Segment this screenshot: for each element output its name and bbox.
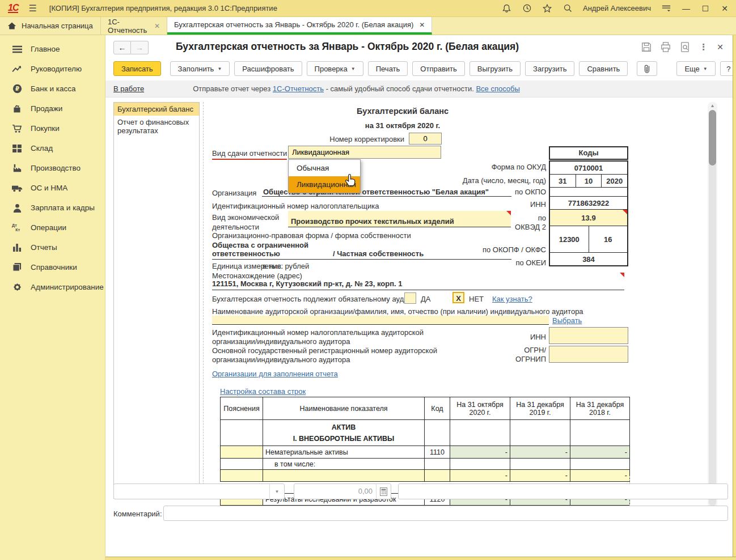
sidebar: Главное Руководителю ₽ Банк и касса Прод… (0, 35, 105, 560)
auditor-name-input[interactable] (212, 316, 549, 325)
vertical-scrollbar[interactable]: ▲ ▼ (708, 102, 717, 514)
current-user[interactable]: Андрей Алексеевич (583, 4, 651, 12)
explanation-cell[interactable] (221, 470, 263, 482)
how-to-know-link[interactable]: Как узнать? (492, 295, 532, 303)
section-financial-results[interactable]: Отчет о финансовых результатах (114, 116, 199, 137)
tab-close-icon[interactable]: ✕ (419, 21, 425, 29)
notifications-bell-icon[interactable] (501, 3, 511, 14)
tab-accounting-report[interactable]: Бухгалтерская отчетность за Январь - Окт… (167, 17, 432, 35)
sidebar-item-purchases[interactable]: Покупки (0, 118, 105, 138)
sidebar-item-sales[interactable]: Продажи (0, 99, 105, 118)
decode-button[interactable]: Расшифровать (234, 61, 302, 76)
more-button[interactable]: Еще▼ (676, 61, 715, 76)
value-cell[interactable]: - (510, 446, 570, 459)
close-form-icon[interactable]: ✕ (717, 43, 724, 52)
all-ways-link[interactable]: Все способы (476, 84, 519, 93)
choose-auditor-link[interactable]: Выбрать (552, 316, 582, 325)
preview-icon[interactable] (680, 42, 690, 52)
okpo-value (550, 188, 627, 197)
history-icon[interactable] (522, 3, 532, 14)
compare-button[interactable]: Сравнить (579, 61, 628, 76)
audit-yes-checkbox[interactable] (404, 292, 416, 304)
address-value[interactable]: 121151, Москва г, Кутузовский пр-кт, д. … (212, 279, 624, 290)
shopping-cart-icon (10, 124, 24, 133)
check-button[interactable]: Проверка▼ (307, 61, 363, 76)
panel-splitter[interactable] (203, 102, 204, 499)
okved-value[interactable]: 13.9 (550, 210, 627, 226)
sidebar-item-salary-hr[interactable]: Зарплата и кадры (0, 198, 105, 218)
footer-amount-field[interactable]: 0,00 (294, 483, 391, 499)
fill-button[interactable]: Заполнить▼ (170, 61, 230, 76)
auditor-inn-label: ИНН (438, 333, 546, 341)
footer-text-field[interactable] (398, 483, 728, 499)
indicator-name-input[interactable] (263, 470, 425, 482)
sidebar-item-os-nma[interactable]: ОС и НМА (0, 178, 105, 198)
sidebar-item-warehouse[interactable]: Склад (0, 138, 105, 158)
sidebar-item-manager[interactable]: Руководителю (0, 59, 105, 79)
sidebar-item-directories[interactable]: Справочники (0, 257, 105, 277)
import-button[interactable]: Загрузить (525, 61, 574, 76)
sidebar-item-administration[interactable]: Администрирование (0, 277, 105, 297)
more-dots-icon[interactable]: ⋮ (699, 42, 708, 52)
footer-combo-field[interactable]: ▼ (113, 483, 285, 499)
orgs-for-report-link[interactable]: Организации для заполнения отчета (212, 370, 338, 378)
table-row: - - - (221, 470, 630, 482)
correction-number-input[interactable] (409, 133, 442, 145)
chevron-down-icon: ▼ (703, 66, 708, 71)
tab-home[interactable]: Начальная страница (0, 17, 101, 35)
sidebar-item-bank-cash[interactable]: ₽ Банк и касса (0, 79, 105, 99)
vertical-scroll-thumb[interactable] (709, 110, 716, 166)
toolbar: Записать Заполнить▼ Расшифровать Проверк… (105, 60, 733, 77)
service-menu-icon[interactable] (661, 3, 671, 14)
value-cell[interactable]: - (450, 446, 510, 459)
minimize-button[interactable]: — (682, 4, 691, 13)
calculator-icon[interactable] (376, 484, 391, 499)
save-button[interactable]: Записать (113, 61, 161, 76)
okei-value: 384 (550, 253, 627, 265)
taxpayer-inn-label: Идентификационный номер налогоплательщик… (212, 202, 379, 210)
attachments-button[interactable] (637, 61, 657, 76)
activity-field[interactable]: Производство прочих текстильных изделий (288, 211, 511, 227)
sidebar-item-production[interactable]: Производство (0, 158, 105, 178)
1c-reporting-link[interactable]: 1С-Отчетность (273, 84, 324, 93)
value-cell[interactable]: - (570, 470, 630, 482)
save-icon[interactable] (641, 42, 652, 52)
tab-close-icon[interactable]: ✕ (154, 22, 160, 30)
sidebar-item-reports[interactable]: Отчеты (0, 237, 105, 257)
section-balance-sheet[interactable]: Бухгалтерский баланс (114, 103, 199, 116)
explanation-cell[interactable] (221, 446, 263, 459)
col-header: На 31 декабря 2019 г. (510, 397, 570, 420)
tab-1c-reporting[interactable]: 1С-Отчетность ✕ (101, 17, 167, 35)
close-window-button[interactable]: ✕ (720, 4, 729, 13)
send-button[interactable]: Отправить (412, 61, 464, 76)
col-header: Код (425, 397, 450, 420)
submission-type-input[interactable] (288, 146, 441, 159)
auditor-inn-input[interactable] (549, 327, 628, 344)
row-settings-link[interactable]: Настройка состава строк (220, 387, 306, 396)
audit-no-checkbox[interactable]: X (452, 292, 464, 303)
back-button[interactable]: ← (113, 41, 131, 54)
chevron-down-icon[interactable]: ▼ (269, 484, 284, 499)
main-menu-icon[interactable]: ☰ (28, 3, 36, 14)
forward-button[interactable]: → (131, 41, 149, 54)
search-icon[interactable] (562, 3, 573, 14)
value-cell[interactable]: - (510, 470, 570, 482)
legal-form-row: ответственностью / Частная собственность (212, 249, 511, 260)
inn-code-label: ИНН (438, 200, 546, 209)
print-button[interactable]: Печать (368, 61, 408, 76)
code-cell: 1110 (425, 446, 450, 459)
sidebar-item-main[interactable]: Главное (0, 39, 105, 59)
value-cell[interactable]: - (570, 446, 630, 459)
value-cell[interactable]: - (450, 470, 510, 482)
print-icon[interactable] (661, 42, 671, 52)
sidebar-item-operations[interactable]: ДтКт Операции (0, 218, 105, 237)
export-button[interactable]: Выгрузить (469, 61, 521, 76)
favorites-star-icon[interactable] (542, 3, 552, 14)
status-message: Отправьте отчет через (193, 84, 270, 93)
status-state-link[interactable]: В работе (113, 84, 144, 93)
scroll-up-icon[interactable]: ▲ (708, 103, 717, 108)
comment-input[interactable] (163, 506, 728, 521)
maximize-button[interactable]: ☐ (701, 4, 710, 13)
date-values: 31 10 2020 (550, 175, 627, 188)
auditor-ogrn-input[interactable] (549, 346, 628, 363)
